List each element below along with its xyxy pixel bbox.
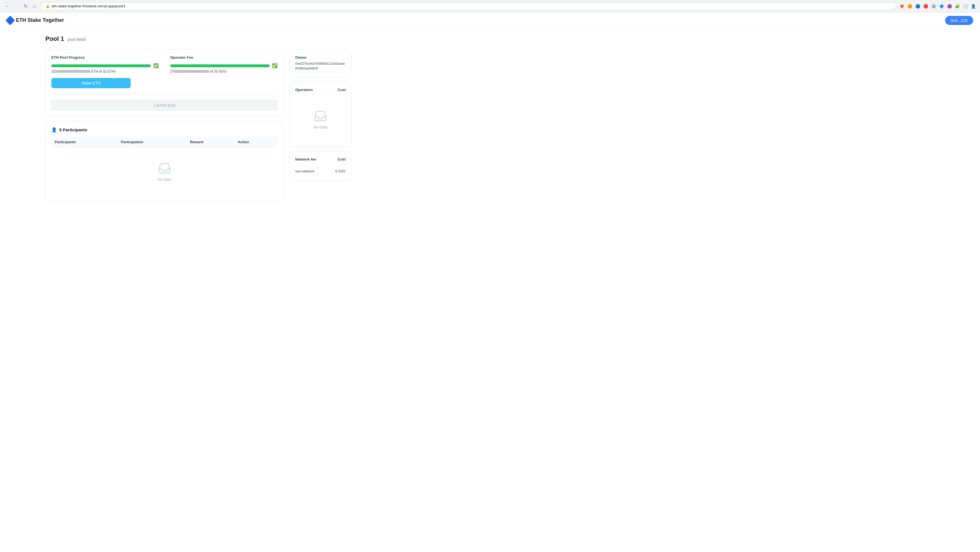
eth-pool-label: ETH Pool Progress: [51, 55, 159, 59]
ext-icon-4[interactable]: 🔴: [922, 3, 929, 10]
col-participants: Participants: [51, 137, 118, 147]
launch-pool-button[interactable]: Launch pool: [51, 100, 278, 111]
no-data-cell: No Data: [51, 147, 278, 196]
col-action: Action: [234, 137, 278, 147]
logo-diamond-icon: [5, 16, 15, 25]
network-fee-card: Network fee Cost ssv.network 0 SSV: [289, 151, 352, 181]
participants-card: 👤 5 Participants Participants Participat…: [45, 121, 283, 202]
app-header: ETH Stake Together 0xA...215: [0, 13, 980, 29]
eth-progress-text: (32000000000000000000 ETH of 32 ETH): [51, 70, 159, 73]
operators-no-data-icon: [313, 109, 327, 123]
wallet-button[interactable]: 0xA...215: [945, 16, 973, 25]
address-bar[interactable]: 🔒 eth-stake-together-frontend.vercel.app…: [41, 2, 896, 10]
browser-nav-buttons: ← → ↻ ⌂: [3, 2, 38, 10]
ext-icon-3[interactable]: 🔵: [914, 3, 921, 10]
participants-table-header-row: Participants Participation Reward Action: [51, 137, 278, 147]
right-panel: Owner 0xb327bcbfa79380b8111e3d2eab0f3f8b…: [289, 49, 352, 181]
ext-icon-7[interactable]: 🟣: [946, 3, 953, 10]
no-data-inbox-icon: [158, 161, 171, 175]
operators-no-data-text: No Data: [313, 125, 327, 129]
participants-icon: 👤: [51, 127, 57, 132]
col-participation: Participation: [118, 137, 186, 147]
browser-extensions: 🦊 🟠 🔵 🔴 ⚙️ 🔷 🟣 🧩 ⬜ 👤: [898, 3, 977, 10]
operator-progress-row: ✅: [170, 63, 278, 69]
participants-count: 5 Participants: [59, 128, 87, 132]
pool-progress-card: ETH Pool Progress ✅ (3200000000000000000…: [45, 49, 283, 116]
stake-eth-button[interactable]: Stake ETH: [51, 78, 131, 88]
network-name: ssv.network: [295, 169, 315, 173]
main-layout: ETH Pool Progress ✅ (3200000000000000000…: [45, 49, 352, 202]
ext-icon-5[interactable]: ⚙️: [930, 3, 937, 10]
url-text: eth-stake-together-frontend.vercel.app/p…: [52, 4, 125, 8]
page-subtitle: pool detail: [67, 37, 86, 42]
owner-card: Owner 0xb327bcbfa79380b8111e3d2eab0f3f8b…: [289, 49, 352, 77]
table-row: No Data: [51, 147, 278, 196]
network-fee-cost-label: Cost: [337, 157, 346, 161]
page-content: Pool 1 pool detail ETH Pool Progress ✅: [0, 29, 397, 209]
no-data-container: No Data: [55, 150, 274, 193]
participants-table-body: No Data: [51, 147, 278, 196]
eth-progress-bar-wrap: [51, 64, 151, 67]
network-cost: 0 SSV: [335, 169, 346, 173]
eth-progress-row: ✅: [51, 63, 159, 69]
network-fee-label: Network fee: [295, 157, 316, 161]
eth-progress-bar-fill: [51, 64, 151, 67]
operators-label: Operators: [295, 88, 313, 92]
ext-icon-2[interactable]: 🟠: [906, 3, 913, 10]
pool-progress-top: ETH Pool Progress ✅ (3200000000000000000…: [51, 55, 278, 73]
app-logo: ETH Stake Together: [7, 17, 64, 24]
ext-icon-6[interactable]: 🔷: [938, 3, 945, 10]
ext-icon-8[interactable]: 🧩: [954, 3, 961, 10]
eth-progress-check-icon: ✅: [153, 63, 159, 69]
operator-progress-bar-fill: [170, 64, 270, 67]
page-title: Pool 1: [45, 35, 64, 43]
operator-progress-bar-wrap: [170, 64, 270, 67]
participants-table: Participants Participation Reward Action: [51, 137, 278, 196]
network-fee-header: Network fee Cost: [295, 157, 346, 164]
home-button[interactable]: ⌂: [30, 2, 38, 10]
page-header: Pool 1 pool detail: [45, 35, 352, 43]
network-fee-row-0: ssv.network 0 SSV: [295, 168, 346, 175]
app-title: ETH Stake Together: [16, 17, 64, 23]
user-avatar[interactable]: 👤: [970, 3, 977, 10]
eth-pool-progress-section: ETH Pool Progress ✅ (3200000000000000000…: [51, 55, 159, 73]
browser-chrome: ← → ↻ ⌂ 🔒 eth-stake-together-frontend.ve…: [0, 0, 980, 13]
reload-button[interactable]: ↻: [22, 2, 30, 10]
ext-icon-9[interactable]: ⬜: [962, 3, 969, 10]
ext-icon-1[interactable]: 🦊: [898, 3, 905, 10]
operators-header: Operators Cost: [295, 88, 346, 94]
lock-icon: 🔒: [46, 4, 50, 8]
participants-table-head: Participants Participation Reward Action: [51, 137, 278, 147]
back-button[interactable]: ←: [3, 2, 11, 10]
left-panel: ETH Pool Progress ✅ (3200000000000000000…: [45, 49, 283, 202]
operator-progress-text: (70000000000000000000 of 25 SSV): [170, 70, 278, 73]
forward-button[interactable]: →: [13, 2, 21, 10]
operator-fee-section: Operator Fee ✅ (70000000000000000000 of …: [170, 55, 278, 73]
participants-no-data-text: No Data: [158, 177, 171, 182]
operators-no-data-container: No Data: [295, 98, 346, 141]
operator-fee-label: Operator Fee: [170, 55, 278, 59]
operator-progress-check-icon: ✅: [272, 63, 278, 69]
stake-btn-wrap: Stake ETH: [51, 78, 278, 88]
col-reward: Reward: [186, 137, 234, 147]
owner-label: Owner: [295, 55, 346, 59]
operators-card: Operators Cost No Data: [289, 82, 352, 147]
owner-address: 0xb327bcbfa79380b8111e3d2eab0f3f8b0a69d5…: [295, 61, 346, 71]
operators-cost-label: Cost: [337, 88, 346, 92]
participants-header: 👤 5 Participants: [51, 127, 278, 132]
